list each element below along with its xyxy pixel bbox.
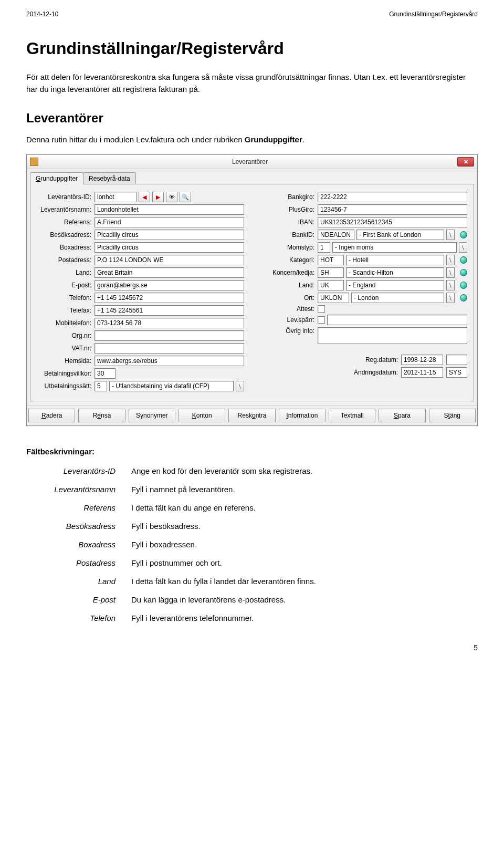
btn-spara[interactable]: Spara xyxy=(379,409,425,422)
input-land-left[interactable] xyxy=(94,267,244,278)
lbl-iban: IBAN: xyxy=(260,219,318,226)
input-lev-id[interactable] xyxy=(94,192,136,202)
lbl-tel: Telefon: xyxy=(37,294,94,302)
input-konc-code[interactable] xyxy=(318,267,344,278)
input-org[interactable] xyxy=(94,330,244,341)
input-ort-rest[interactable] xyxy=(351,293,444,303)
input-land-rest[interactable] xyxy=(346,280,444,290)
input-bankid-rest[interactable] xyxy=(356,230,444,240)
lbl-attest: Attest: xyxy=(260,305,318,313)
btn-rensa[interactable]: Rensa xyxy=(78,409,125,422)
lbl-konc: Koncern/kedja: xyxy=(260,269,318,276)
btn-textmall[interactable]: Textmall xyxy=(329,409,375,422)
input-betv[interactable] xyxy=(94,368,116,379)
btn-stang[interactable]: Stäng xyxy=(429,409,476,422)
fdesc-def: I detta fält kan du fylla i landet där l… xyxy=(131,577,478,586)
lbl-referens: Referens: xyxy=(37,219,94,226)
lbl-post: Postadress: xyxy=(37,256,94,264)
input-hemsida[interactable] xyxy=(94,356,244,366)
input-epost[interactable] xyxy=(94,280,244,290)
input-bg[interactable] xyxy=(318,192,467,202)
intro-text: För att delen för leverantörsreskontra s… xyxy=(26,71,478,95)
action-dot-konc[interactable] xyxy=(460,269,467,276)
input-utb-code[interactable] xyxy=(94,381,107,391)
lbl-sparr: Lev.spärr: xyxy=(260,316,318,324)
input-kat-rest[interactable] xyxy=(346,255,444,265)
tab-body: Leverantörs-ID: ◀ ▶ 👁 🔍 Leverantörsnamn: xyxy=(30,184,474,401)
input-mob[interactable] xyxy=(94,318,244,328)
input-levnamn[interactable] xyxy=(94,204,244,215)
fdesc-def: Du kan lägga in leverantörens e-postadre… xyxy=(131,595,478,604)
lbl-moms: Momstyp: xyxy=(260,244,318,251)
fdesc-title: Fältbeskrivningar: xyxy=(26,447,478,456)
dropdown-land[interactable]: ⧹ xyxy=(446,280,455,290)
input-pg[interactable] xyxy=(318,204,467,215)
fdesc-term: Land xyxy=(26,577,131,586)
input-vat[interactable] xyxy=(94,343,244,354)
search-button[interactable]: 👁 xyxy=(166,192,177,202)
input-besok[interactable] xyxy=(94,230,244,240)
input-moms-code[interactable] xyxy=(318,242,330,253)
input-regdatum[interactable] xyxy=(401,355,443,365)
input-sparr[interactable] xyxy=(327,315,467,325)
input-regdatum-sig[interactable] xyxy=(446,355,467,365)
input-post[interactable] xyxy=(94,255,244,265)
magnify-icon: 🔍 xyxy=(182,194,189,201)
btn-reskontra[interactable]: Reskontra xyxy=(228,409,275,422)
lbl-mob: Mobiltelefon: xyxy=(37,319,94,327)
btn-radera[interactable]: Radera xyxy=(28,409,75,422)
fdesc-def: Fyll i postnummer och ort. xyxy=(131,558,478,567)
input-iban[interactable] xyxy=(318,217,467,227)
input-moms-rest[interactable] xyxy=(332,242,457,253)
lbl-besok: Besöksadress: xyxy=(37,231,94,238)
fdesc-term: Besöksadress xyxy=(26,522,131,531)
action-dot-kat[interactable] xyxy=(460,256,467,264)
input-land-code[interactable] xyxy=(318,280,344,290)
lbl-land-right: Land: xyxy=(260,282,318,289)
input-box[interactable] xyxy=(94,242,244,253)
close-icon: ✕ xyxy=(464,159,468,165)
fdesc-term: Boxadress xyxy=(26,540,131,549)
fdesc-term: E-post xyxy=(26,595,131,604)
input-andring-sig[interactable] xyxy=(446,367,467,378)
fdesc-list: Leverantörs-IDAnge en kod för den levera… xyxy=(26,466,478,622)
lbl-land-left: Land: xyxy=(37,269,94,276)
action-dot-ort[interactable] xyxy=(460,294,467,302)
lbl-bg: Bankgiro: xyxy=(260,193,318,201)
btn-synonymer[interactable]: Synonymer xyxy=(129,409,175,422)
next-button[interactable]: ▶ xyxy=(152,192,164,202)
input-konc-rest[interactable] xyxy=(346,267,444,278)
input-bankid-code[interactable] xyxy=(318,230,354,240)
input-andring[interactable] xyxy=(401,367,443,378)
input-fax[interactable] xyxy=(94,305,244,316)
input-tel[interactable] xyxy=(94,293,244,303)
dropdown-kat[interactable]: ⧹ xyxy=(446,255,455,265)
btn-konton[interactable]: Konton xyxy=(178,409,225,422)
header-date: 2014-12-10 xyxy=(26,11,58,18)
zoom-button[interactable]: 🔍 xyxy=(180,192,191,202)
tab-resebyra-data[interactable]: Resebyrå-data xyxy=(83,172,136,184)
dropdown-moms[interactable]: ⧹ xyxy=(459,242,467,253)
close-button[interactable]: ✕ xyxy=(457,157,474,167)
dropdown-konc[interactable]: ⧹ xyxy=(446,267,455,278)
input-referens[interactable] xyxy=(94,217,244,227)
input-kat-code[interactable] xyxy=(318,255,344,265)
textarea-ovrig[interactable] xyxy=(318,327,467,344)
dropdown-ort[interactable]: ⧹ xyxy=(446,293,455,303)
input-utb-rest[interactable] xyxy=(109,381,234,391)
input-ort-code[interactable] xyxy=(318,293,349,303)
action-dot-land[interactable] xyxy=(460,282,467,289)
dropdown-utb[interactable]: ⧹ xyxy=(236,381,244,391)
checkbox-attest[interactable] xyxy=(318,305,325,313)
prev-button[interactable]: ◀ xyxy=(139,192,150,202)
dropdown-bankid[interactable]: ⧹ xyxy=(446,230,455,240)
checkbox-sparr[interactable] xyxy=(318,316,325,324)
tab-grunduppgifter[interactable]: Grunduppgifter xyxy=(30,172,83,184)
fdesc-def: Fyll i boxadressen. xyxy=(131,540,478,549)
button-bar: Radera Rensa Synonymer Konton Reskontra … xyxy=(27,405,477,425)
lbl-org: Org.nr: xyxy=(37,332,94,339)
lbl-lev-id: Leverantörs-ID: xyxy=(37,193,94,201)
lbl-pg: PlusGiro: xyxy=(260,206,318,213)
action-dot-bankid[interactable] xyxy=(460,231,467,238)
btn-information[interactable]: Information xyxy=(279,409,326,422)
